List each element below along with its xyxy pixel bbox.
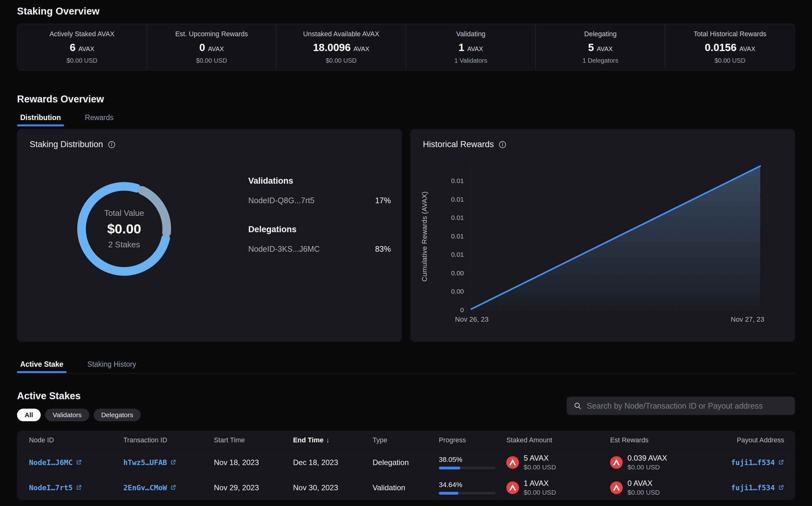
rewards-usd: $0.00 USD bbox=[627, 463, 667, 471]
progress-cell: 38.05% bbox=[439, 455, 506, 470]
filter-delegators[interactable]: Delegators bbox=[94, 409, 141, 421]
filter-validators[interactable]: Validators bbox=[45, 409, 89, 421]
y-tick: 0.01 bbox=[451, 214, 464, 222]
avax-token-icon bbox=[506, 482, 519, 494]
stat-label: Actively Staked AVAX bbox=[50, 30, 115, 38]
transaction-id-link[interactable]: hTwz5…UFAB bbox=[123, 458, 176, 467]
stat-label: Total Historical Rewards bbox=[694, 30, 766, 38]
progress-percent: 34.64% bbox=[439, 481, 506, 489]
stat-unit: AVAX bbox=[354, 46, 369, 53]
node-id-link[interactable]: NodeI…7rt5 bbox=[29, 484, 82, 492]
payout-address-link[interactable]: fuji1…f534 bbox=[731, 484, 784, 492]
tab-distribution[interactable]: Distribution bbox=[17, 113, 64, 126]
staked-amount-cell: 1 AVAX $0.00 USD bbox=[506, 479, 610, 496]
transaction-id-link[interactable]: 2EnGv…CMoW bbox=[123, 484, 176, 492]
info-icon[interactable] bbox=[108, 141, 116, 149]
col-end-time-label: End Time bbox=[293, 436, 323, 444]
tab-active-stake[interactable]: Active Stake bbox=[17, 360, 67, 373]
stakes-tabs: Active Stake Staking History bbox=[17, 360, 795, 373]
legend-row-delegations: NodeID-3KS...J6MC 83% bbox=[248, 245, 391, 254]
col-progress[interactable]: Progress bbox=[439, 436, 506, 444]
start-time: Nov 18, 2023 bbox=[214, 458, 293, 467]
external-link-icon bbox=[170, 459, 176, 466]
y-tick: 0.00 bbox=[451, 269, 464, 277]
col-staked-amount[interactable]: Staked Amount bbox=[506, 436, 610, 444]
stake-type: Delegation bbox=[373, 458, 439, 467]
stat-historical-rewards: Total Historical Rewards 0.0156AVAX $0.0… bbox=[665, 24, 795, 70]
col-type[interactable]: Type bbox=[373, 436, 439, 444]
stat-unit: AVAX bbox=[78, 46, 94, 53]
stat-label: Est. Upcoming Rewards bbox=[175, 30, 248, 38]
info-icon[interactable] bbox=[498, 141, 506, 149]
stat-sub: 1 Validators bbox=[454, 57, 487, 64]
tab-rewards[interactable]: Rewards bbox=[82, 113, 117, 126]
node-id-link[interactable]: NodeI…J6MC bbox=[29, 458, 82, 467]
node-id-text: NodeI…J6MC bbox=[29, 458, 73, 467]
stat-upcoming-rewards: Est. Upcoming Rewards 0AVAX $0.00 USD bbox=[147, 24, 277, 70]
payout-address-text: fuji1…f534 bbox=[731, 484, 775, 492]
donut-center-sub: 2 Stakes bbox=[108, 240, 140, 250]
search-icon bbox=[573, 402, 582, 410]
stat-sub: 1 Delegators bbox=[583, 57, 618, 64]
stat-actively-staked: Actively Staked AVAX 6AVAX $0.00 USD bbox=[17, 24, 147, 70]
staking-distribution-donut: Total Value $0.00 2 Stakes bbox=[71, 176, 177, 282]
col-transaction-id[interactable]: Transaction ID bbox=[123, 436, 214, 444]
stat-unit: AVAX bbox=[739, 46, 755, 53]
delegations-heading: Delegations bbox=[248, 225, 391, 234]
table-header: Node ID Transaction ID Start Time End Ti… bbox=[17, 431, 795, 449]
x-axis-labels: Nov 26, 23 Nov 27, 23 bbox=[471, 315, 761, 325]
col-payout-address[interactable]: Payout Address bbox=[721, 436, 784, 444]
stat-unit: AVAX bbox=[597, 46, 613, 53]
col-est-rewards[interactable]: Est Rewards bbox=[610, 436, 721, 444]
staked-avax: 1 AVAX bbox=[524, 479, 556, 488]
payout-address-link[interactable]: fuji1…f534 bbox=[731, 458, 784, 467]
y-tick: 0.01 bbox=[451, 232, 464, 240]
transaction-id-text: 2EnGv…CMoW bbox=[123, 484, 167, 492]
col-end-time[interactable]: End Time ↓ bbox=[293, 436, 373, 444]
avax-token-icon bbox=[610, 456, 623, 469]
end-time: Nov 30, 2023 bbox=[293, 483, 373, 492]
validations-heading: Validations bbox=[248, 176, 391, 186]
staking-dashboard: Staking Overview Actively Staked AVAX 6A… bbox=[0, 0, 812, 506]
staked-amount-cell: 5 AVAX $0.00 USD bbox=[506, 454, 610, 471]
y-tick: 0.01 bbox=[451, 250, 464, 259]
staked-avax: 5 AVAX bbox=[524, 454, 556, 462]
y-axis-label: Cumulative Rewards (AVAX) bbox=[420, 162, 429, 311]
sort-desc-icon: ↓ bbox=[326, 436, 329, 444]
external-link-icon bbox=[777, 484, 784, 491]
stake-type: Validation bbox=[373, 483, 439, 492]
staking-distribution-title: Staking Distribution bbox=[30, 140, 103, 149]
legend-row-validations: NodeID-Q8G...7rt5 17% bbox=[248, 196, 391, 205]
stat-value: 0 bbox=[199, 41, 205, 54]
stat-label: Unstaked Available AVAX bbox=[303, 30, 379, 38]
historical-rewards-chart[interactable] bbox=[471, 162, 761, 311]
validation-node-id: NodeID-Q8G...7rt5 bbox=[248, 196, 315, 205]
staked-usd: $0.00 USD bbox=[524, 463, 556, 471]
rewards-overview-title: Rewards Overview bbox=[17, 93, 795, 105]
progress-cell: 34.64% bbox=[439, 481, 506, 495]
payout-address-text: fuji1…f534 bbox=[731, 458, 775, 467]
delegation-pct: 83% bbox=[375, 245, 391, 254]
active-stakes-header: Active Stakes All Validators Delegators bbox=[17, 390, 795, 421]
staked-usd: $0.00 USD bbox=[524, 489, 556, 496]
search-input[interactable] bbox=[587, 401, 788, 411]
est-rewards-cell: 0 AVAX $0.00 USD bbox=[610, 479, 721, 496]
distribution-legend: Validations NodeID-Q8G...7rt5 17% Delega… bbox=[248, 176, 391, 254]
stat-value: 5 bbox=[588, 41, 594, 54]
historical-rewards-title: Historical Rewards bbox=[423, 140, 494, 149]
y-tick: 0.00 bbox=[451, 287, 464, 296]
table-row: NodeI…7rt5 2EnGv…CMoW Nov 29, 2023 Nov 3… bbox=[17, 475, 795, 500]
col-node-id[interactable]: Node ID bbox=[29, 436, 123, 444]
stat-label: Delegating bbox=[584, 30, 617, 38]
rewards-avax: 0.039 AVAX bbox=[627, 454, 667, 462]
end-time: Dec 18, 2023 bbox=[293, 458, 373, 467]
avax-token-icon bbox=[506, 456, 519, 469]
filter-all[interactable]: All bbox=[17, 409, 41, 421]
tab-staking-history[interactable]: Staking History bbox=[84, 360, 139, 373]
col-start-time[interactable]: Start Time bbox=[214, 436, 293, 444]
active-stakes-table: Node ID Transaction ID Start Time End Ti… bbox=[17, 431, 795, 500]
est-rewards-cell: 0.039 AVAX $0.00 USD bbox=[610, 454, 721, 471]
progress-bar bbox=[439, 492, 495, 495]
y-tick: 0 bbox=[460, 306, 464, 314]
external-link-icon bbox=[75, 459, 82, 466]
